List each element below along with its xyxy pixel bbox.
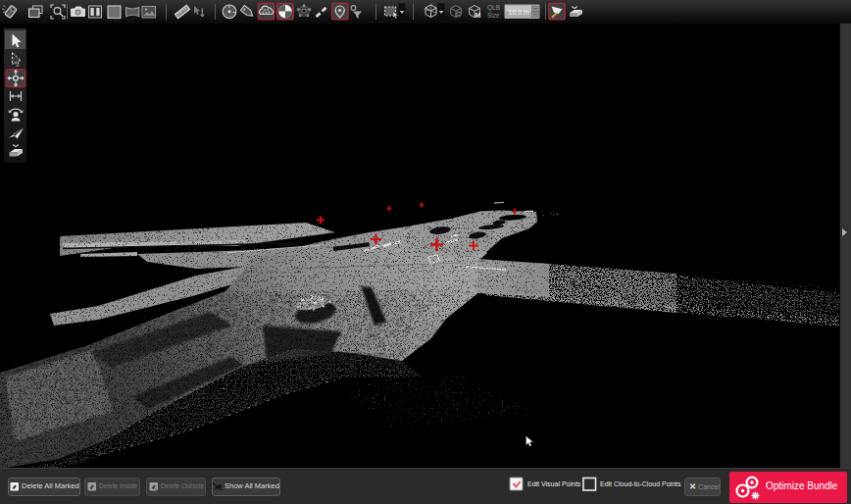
svg-text:M: M (476, 12, 481, 19)
svg-text:10.0 m: 10.0 m (509, 9, 530, 16)
svg-text:QLB: QLB (487, 4, 500, 12)
svg-text:Size:: Size: (487, 12, 502, 19)
